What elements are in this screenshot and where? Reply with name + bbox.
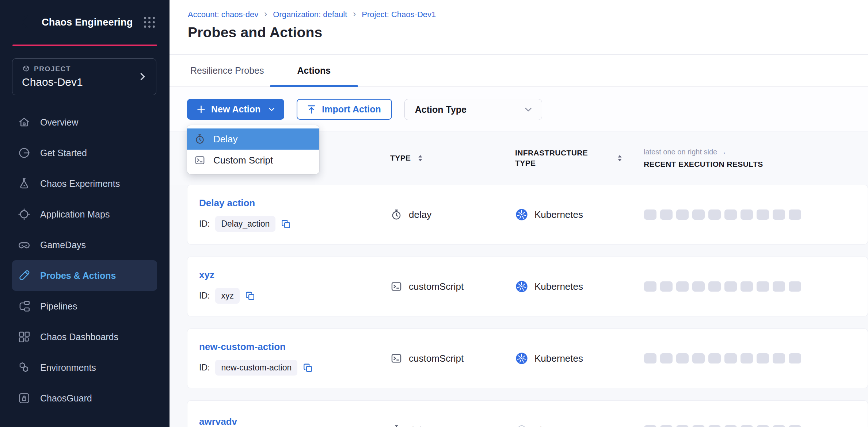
breadcrumb-link-account[interactable]: Account: chaos-dev — [188, 10, 258, 19]
table-row[interactable]: xyz ID: xyz customScript Kubernetes — [187, 257, 868, 316]
execution-result-placeholder — [789, 209, 801, 220]
execution-result-placeholder — [692, 209, 705, 220]
sidebar-item-chaos-dashboards[interactable]: Chaos Dashboards — [12, 322, 157, 352]
breadcrumb-link-organization[interactable]: Organization: default — [273, 10, 347, 19]
sort-icon[interactable] — [417, 154, 423, 162]
page-title: Probes and Actions — [188, 24, 868, 41]
page-header: Account: chaos-dev›Organization: default… — [170, 0, 868, 55]
sidebar-item-label: Application Maps — [40, 209, 110, 220]
gamepad-icon — [18, 238, 31, 251]
action-type-select[interactable]: Action Type — [404, 99, 542, 120]
home-icon — [18, 116, 31, 129]
execution-result-placeholder — [724, 281, 737, 292]
project-cube-icon — [22, 65, 30, 73]
column-header-infrastructure-type: INFRASTRUCTURE TYPE — [515, 148, 644, 169]
results-hint: latest one on right side → — [644, 148, 861, 156]
linux-icon — [515, 424, 528, 427]
execution-result-placeholder — [676, 425, 689, 427]
plus-icon — [196, 104, 206, 115]
execution-result-placeholder — [644, 209, 656, 220]
sidebar-item-chaos-experiments[interactable]: Chaos Experiments — [12, 168, 157, 199]
sidebar-item-gamedays[interactable]: GameDays — [12, 230, 157, 260]
sidebar-item-label: Pipelines — [40, 301, 77, 312]
execution-result-placeholder — [676, 209, 689, 220]
toolbar: New Action Import Action Action Type — [170, 87, 868, 131]
project-label: PROJECT — [34, 65, 71, 73]
infrastructure-value: Kubernetes — [534, 353, 583, 364]
action-id-value: Delay_action — [215, 216, 275, 232]
sidebar-item-overview[interactable]: Overview — [12, 107, 157, 138]
sidebar-item-pipelines[interactable]: Pipelines — [12, 291, 157, 322]
infrastructure-cell: Kubernetes — [515, 280, 644, 293]
sidebar-item-get-started[interactable]: Get Started — [12, 138, 157, 168]
table-row[interactable]: new-custom-action ID: new-custom-action … — [187, 328, 868, 388]
environments-icon — [18, 361, 31, 374]
import-action-button[interactable]: Import Action — [297, 99, 392, 120]
id-label: ID: — [199, 219, 210, 229]
tab-label: Actions — [297, 65, 331, 76]
sidebar-item-label: Chaos Dashboards — [40, 332, 118, 342]
table-row[interactable]: awrvadv delay Linux — [187, 400, 868, 427]
sidebar-item-probes-actions[interactable]: Probes & Actions — [12, 260, 157, 291]
type-value: customScript — [409, 353, 464, 364]
project-selector[interactable]: PROJECT Chaos-Dev1 — [12, 58, 156, 95]
tab-actions[interactable]: Actions — [270, 55, 358, 86]
menu-item-delay[interactable]: Delay — [187, 128, 319, 150]
flask-icon — [18, 177, 31, 190]
execution-result-placeholder — [757, 353, 769, 363]
upload-icon — [306, 104, 317, 115]
recent-executions-cell — [644, 425, 868, 427]
type-value: customScript — [409, 281, 464, 292]
type-value: delay — [409, 209, 431, 220]
sidebar-item-environments[interactable]: Environments — [12, 352, 157, 383]
execution-result-placeholder — [789, 353, 801, 363]
kubernetes-icon — [515, 280, 528, 293]
type-cell: delay — [391, 209, 515, 220]
action-id-row: ID: Delay_action — [199, 216, 391, 232]
execution-result-placeholder — [757, 425, 769, 427]
id-label: ID: — [199, 291, 210, 301]
sort-icon[interactable] — [617, 154, 623, 162]
recent-executions-cell — [644, 353, 868, 363]
action-id-row: ID: new-custom-action — [199, 360, 391, 376]
infrastructure-value: Linux — [534, 425, 557, 427]
execution-result-placeholder — [676, 281, 689, 292]
execution-result-placeholder — [789, 425, 801, 427]
action-name-link[interactable]: Delay action — [199, 197, 255, 209]
get-started-icon — [18, 146, 31, 159]
name-cell: Delay action ID: Delay_action — [187, 197, 391, 232]
execution-result-placeholder — [741, 209, 753, 220]
execution-result-placeholder — [692, 281, 705, 292]
new-action-button[interactable]: New Action — [187, 99, 284, 120]
tab-resilience-probes[interactable]: Resilience Probes — [184, 55, 270, 86]
infrastructure-value: Kubernetes — [534, 209, 583, 220]
execution-result-placeholder — [708, 209, 721, 220]
sidebar-item-chaosguard[interactable]: ChaosGuard — [12, 383, 157, 413]
breadcrumb-link-project[interactable]: Project: Chaos-Dev1 — [362, 10, 436, 19]
action-name-link[interactable]: xyz — [199, 269, 214, 281]
execution-result-placeholder — [660, 353, 673, 363]
type-cell: customScript — [391, 281, 515, 292]
action-name-link[interactable]: new-custom-action — [199, 341, 286, 353]
app-title: Chaos Engineering — [42, 17, 133, 28]
column-header-type: TYPE — [390, 153, 515, 163]
sidebar-item-application-maps[interactable]: Application Maps — [12, 199, 157, 230]
execution-result-placeholder — [644, 353, 656, 363]
action-name-link[interactable]: awrvadv — [199, 416, 237, 427]
chevron-down-icon — [523, 104, 534, 115]
stopwatch-icon — [391, 424, 402, 427]
execution-result-placeholder — [757, 209, 769, 220]
table-row[interactable]: Delay action ID: Delay_action delay Kube… — [187, 185, 868, 245]
execution-result-placeholder — [741, 353, 753, 363]
execution-result-placeholder — [708, 281, 721, 292]
execution-result-placeholder — [724, 425, 737, 427]
copy-icon[interactable] — [303, 363, 313, 373]
copy-icon[interactable] — [281, 219, 291, 229]
menu-item-custom-script[interactable]: Custom Script — [187, 150, 319, 171]
main-area: Account: chaos-dev›Organization: default… — [170, 0, 868, 427]
recent-executions-cell — [644, 209, 868, 220]
brand-accent-divider — [12, 45, 157, 46]
column-header-recent-execution-results: latest one on right side → RECENT EXECUT… — [644, 148, 868, 169]
copy-icon[interactable] — [245, 291, 255, 301]
module-switcher-grid-icon[interactable] — [142, 15, 156, 29]
